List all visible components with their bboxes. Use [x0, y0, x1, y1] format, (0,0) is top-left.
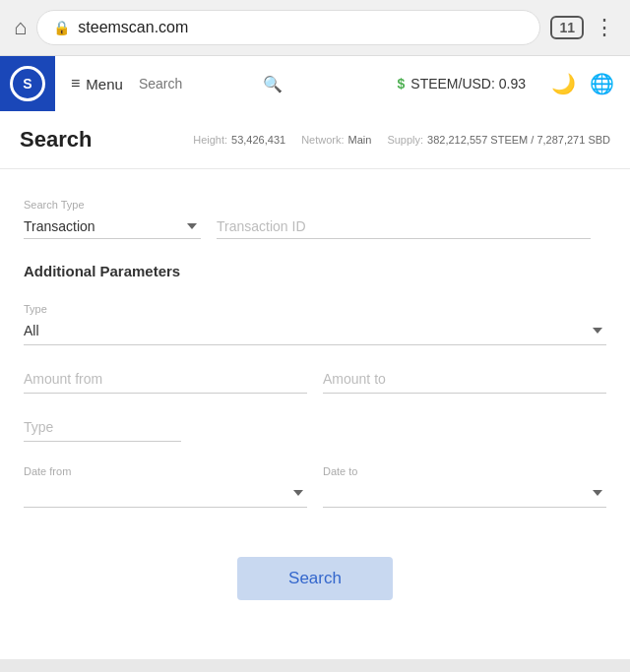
type-label: Type [24, 303, 47, 315]
search-icon: 🔍 [263, 75, 283, 93]
type-full-row: Type All Transfer Vote Comment [24, 299, 606, 345]
nav-search-wrap: 🔍 [139, 75, 382, 93]
browser-menu-button[interactable]: ⋮ [594, 15, 616, 40]
price-text: STEEM/USD: 0.93 [410, 76, 526, 92]
search-button-wrap: Search [24, 537, 606, 630]
search-button[interactable]: Search [237, 557, 393, 600]
address-bar: 🔒 steemscan.com [36, 10, 540, 45]
page-title: Search [20, 127, 92, 153]
site-logo: S [0, 56, 55, 111]
height-stat: Height: 53,426,431 [193, 134, 285, 146]
network-label: Network: [301, 134, 344, 146]
height-label: Height: [193, 134, 227, 146]
network-stat: Network: Main [301, 134, 371, 146]
tab-count[interactable]: 11 [550, 16, 584, 39]
menu-label: Menu [86, 76, 123, 92]
home-button[interactable]: ⌂ [14, 15, 27, 40]
search-type-label: Search Type [24, 199, 201, 211]
amount-row [24, 365, 606, 394]
menu-button[interactable]: ≡ Menu [71, 75, 123, 92]
type-short-row [24, 413, 606, 442]
date-from-select[interactable] [24, 479, 307, 508]
stats-bar: Height: 53,426,431 Network: Main Supply:… [193, 134, 610, 146]
search-type-row: Search Type Transaction Account Block [24, 199, 606, 239]
search-type-select[interactable]: Transaction Account Block [24, 214, 201, 239]
header-icons: 🌙 🌐 [551, 72, 614, 95]
search-type-group: Search Type Transaction Account Block [24, 199, 201, 239]
amount-to-input[interactable] [323, 365, 606, 394]
lock-icon: 🔒 [53, 20, 70, 35]
supply-value: 382,212,557 STEEM / 7,287,271 SBD [427, 134, 610, 146]
dollar-icon: $ [398, 76, 406, 92]
height-value: 53,426,431 [231, 134, 285, 146]
supply-stat: Supply: 382,212,557 STEEM / 7,287,271 SB… [387, 134, 610, 146]
nav-search-input[interactable] [139, 76, 257, 92]
transaction-id-input[interactable] [217, 214, 591, 239]
amount-from-group [24, 365, 307, 394]
supply-label: Supply: [387, 134, 423, 146]
type-select[interactable]: All Transfer Vote Comment [24, 317, 606, 345]
page-header: Search Height: 53,426,431 Network: Main … [0, 111, 630, 169]
additional-params-title: Additional Parameters [24, 263, 606, 279]
globe-icon[interactable]: 🌐 [590, 72, 614, 95]
additional-parameters-section: Additional Parameters Type All Transfer … [24, 263, 606, 508]
transaction-id-group [217, 214, 606, 239]
hamburger-icon: ≡ [71, 75, 80, 92]
amount-to-group [323, 365, 606, 394]
date-to-label: Date to [323, 465, 357, 477]
amount-from-input[interactable] [24, 365, 307, 394]
price-display: $ STEEM/USD: 0.93 [398, 76, 527, 92]
moon-icon[interactable]: 🌙 [551, 72, 576, 95]
date-to-select[interactable] [323, 479, 606, 508]
date-row: Date from Date to [24, 461, 606, 508]
nav-area: ≡ Menu 🔍 $ STEEM/USD: 0.93 🌙 🌐 [55, 56, 630, 111]
site-footer: Made by Futureshock | Version: 0.0.3 | D… [0, 659, 630, 672]
date-from-group: Date from [24, 461, 307, 508]
date-from-label: Date from [24, 465, 71, 477]
date-to-group: Date to [323, 461, 606, 508]
network-value: Main [348, 134, 372, 146]
main-content: Search Type Transaction Account Block Ad… [0, 169, 630, 659]
logo-icon: S [10, 66, 45, 101]
type-short-input[interactable] [24, 413, 181, 442]
site-header: S ≡ Menu 🔍 $ STEEM/USD: 0.93 🌙 🌐 [0, 56, 630, 111]
address-text: steemscan.com [78, 19, 524, 36]
browser-chrome: ⌂ 🔒 steemscan.com 11 ⋮ [0, 0, 630, 56]
